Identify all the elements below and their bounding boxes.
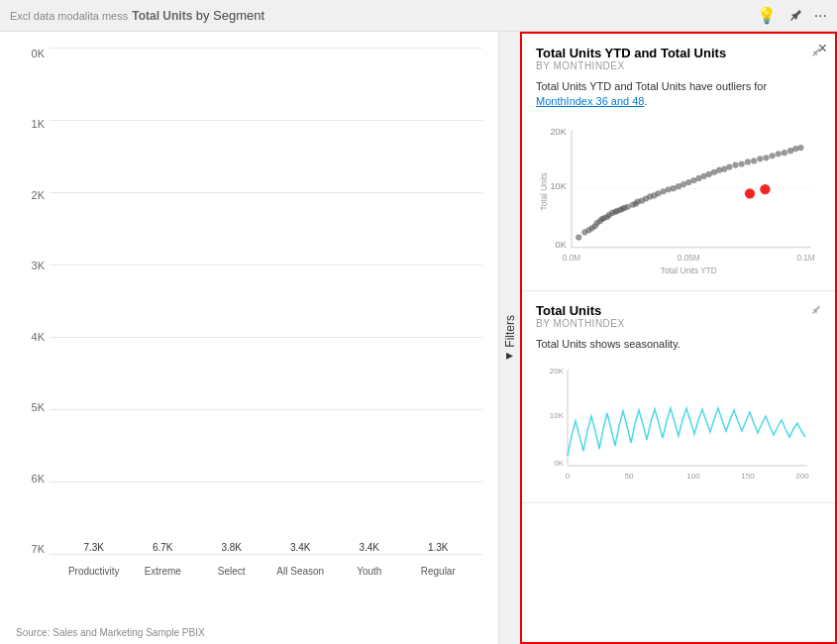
top-bar-title: Total Units by Segment — [132, 8, 264, 23]
svg-text:0.05M: 0.05M — [678, 254, 700, 263]
x-label-all-season: All Season — [266, 557, 336, 585]
svg-point-48 — [716, 166, 722, 172]
insight-card-scatter: Total Units YTD and Total Units BY MONTH… — [522, 34, 835, 291]
line-card-subtitle: BY MONTHINDEX — [536, 318, 625, 329]
svg-point-50 — [726, 163, 732, 169]
svg-point-57 — [770, 153, 776, 159]
bars-container: 7.3K 6.7K 3.8K — [50, 48, 482, 555]
line-card-desc: Total Units shows seasonality. — [536, 337, 821, 352]
svg-point-53 — [745, 159, 751, 164]
svg-text:50: 50 — [625, 472, 634, 481]
svg-point-52 — [739, 161, 745, 166]
svg-point-55 — [757, 156, 763, 161]
svg-text:20K: 20K — [550, 126, 567, 136]
x-label-regular: Regular — [404, 557, 473, 585]
svg-text:200: 200 — [795, 472, 809, 481]
scatter-card-link[interactable]: MonthIndex 36 and 48 — [536, 95, 644, 107]
svg-text:Total Units YTD: Total Units YTD — [661, 266, 717, 274]
svg-text:10K: 10K — [550, 411, 565, 420]
svg-text:0K: 0K — [554, 459, 564, 468]
top-bar-left: Excl data modalita mess Total Units by S… — [10, 8, 264, 23]
x-label-select: Select — [197, 557, 266, 585]
scatter-chart: 20K 10K 0K 0.0M 0.05M 0.1M Total Units T… — [536, 120, 821, 278]
bar-youth[interactable]: 3.4K — [335, 542, 404, 555]
chart-area: 7K 6K 5K 4K 3K 2K 1K 0K — [50, 48, 482, 585]
scatter-card-desc: Total Units YTD and Total Units have out… — [536, 79, 821, 110]
line-card-title: Total Units — [536, 303, 625, 318]
bar-chart: 7K 6K 5K 4K 3K 2K 1K 0K — [50, 48, 482, 585]
svg-point-61 — [792, 146, 798, 152]
svg-point-63 — [745, 188, 755, 198]
top-bar-right: 💡 ··· — [757, 6, 827, 25]
y-axis-labels: 7K 6K 5K 4K 3K 2K 1K 0K — [5, 48, 45, 555]
svg-text:Total Units: Total Units — [540, 172, 549, 210]
bar-select[interactable]: 3.8K — [197, 542, 266, 555]
line-chart: 20K 10K 0K 0 50 100 150 200 — [536, 362, 821, 490]
svg-text:10K: 10K — [550, 181, 567, 191]
svg-text:0: 0 — [566, 472, 571, 481]
breadcrumb: Excl data modalita mess — [10, 10, 128, 22]
svg-text:0K: 0K — [556, 240, 568, 250]
insight-card-line: Total Units BY MONTHINDEX Total Units sh… — [522, 291, 835, 503]
svg-text:20K: 20K — [550, 367, 565, 376]
svg-point-51 — [733, 161, 739, 167]
x-label-productivity: Productivity — [59, 557, 129, 585]
svg-point-11 — [575, 234, 581, 240]
chart-panel: 7K 6K 5K 4K 3K 2K 1K 0K — [0, 32, 498, 644]
insight-panel: × Total Units YTD and Total Units BY MON… — [520, 32, 837, 644]
main-container: Excl data modalita mess Total Units by S… — [0, 0, 837, 644]
bar-all-season[interactable]: 3.4K — [266, 542, 336, 555]
svg-point-64 — [760, 184, 770, 194]
svg-point-56 — [763, 155, 769, 161]
svg-text:100: 100 — [686, 472, 700, 481]
filters-tab[interactable]: ◀ Filters — [498, 32, 520, 644]
filters-arrow-icon: ◀ — [505, 351, 515, 361]
bar-productivity[interactable]: 7.3K — [59, 542, 129, 555]
x-label-youth: Youth — [335, 557, 404, 585]
content-area: 7K 6K 5K 4K 3K 2K 1K 0K — [0, 32, 837, 644]
pin-icon[interactable] — [788, 7, 802, 25]
scatter-card-title: Total Units YTD and Total Units — [536, 46, 746, 60]
svg-text:0.1M: 0.1M — [796, 254, 814, 263]
bar-regular[interactable]: 1.3K — [404, 542, 473, 555]
x-label-extreme: Extreme — [129, 557, 198, 585]
svg-text:0.0M: 0.0M — [563, 254, 580, 263]
insight-panel-close-button[interactable]: × — [818, 40, 827, 57]
svg-point-38 — [666, 186, 672, 192]
svg-point-54 — [751, 158, 757, 163]
svg-point-58 — [776, 151, 782, 157]
filters-label: Filters — [503, 315, 517, 348]
top-bar: Excl data modalita mess Total Units by S… — [0, 0, 837, 32]
svg-point-59 — [782, 150, 787, 156]
chart-source: Source: Sales and Marketing Sample PBIX — [16, 627, 205, 638]
bar-extreme[interactable]: 6.7K — [129, 542, 198, 555]
svg-text:150: 150 — [741, 472, 755, 481]
line-card-pin-icon[interactable] — [809, 303, 821, 318]
scatter-card-subtitle: BY MONTHINDEX — [536, 60, 746, 71]
lightbulb-icon[interactable]: 💡 — [757, 6, 777, 25]
more-options-icon[interactable]: ··· — [814, 7, 827, 25]
svg-point-62 — [797, 145, 803, 151]
x-labels: Productivity Extreme Select All Season Y… — [50, 557, 482, 585]
